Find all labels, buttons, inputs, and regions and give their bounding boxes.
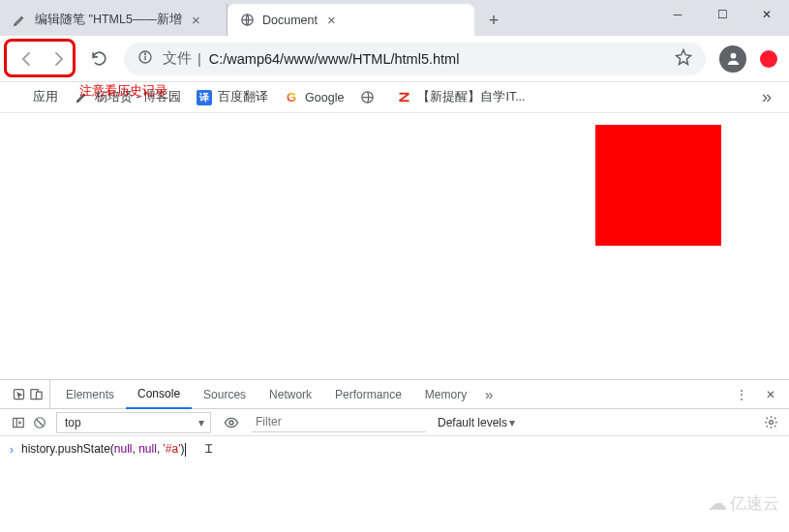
bookmarks-overflow-button[interactable]: »	[756, 87, 777, 107]
overflow-tabs-icon[interactable]: »	[478, 380, 500, 409]
nav-buttons	[12, 45, 74, 73]
console-filter-input[interactable]	[252, 413, 426, 432]
bookmark-label: 百度翻译	[218, 89, 268, 105]
annotation-text: 注意看历史记录	[79, 82, 167, 100]
address-bar[interactable]: 文件 | C:/wamp64/www/www/HTML/html5.html	[124, 43, 706, 75]
bookmark-label: 【新提醒】自学IT...	[417, 89, 525, 105]
back-button[interactable]	[15, 47, 39, 71]
clear-console-icon[interactable]	[29, 408, 50, 437]
close-icon[interactable]: ×	[192, 12, 200, 28]
tab-inactive[interactable]: 编辑随笔 "HTML5——新增 ×	[0, 4, 228, 36]
new-tab-button[interactable]: +	[480, 7, 507, 34]
bookmark-apps[interactable]: 应用	[12, 89, 58, 105]
translate-icon: 译	[197, 90, 212, 105]
console-settings-icon[interactable]	[760, 408, 781, 437]
google-icon: G	[284, 90, 299, 105]
prompt-icon: ›	[10, 443, 14, 457]
devtools-tab-bar: Elements Console Sources Network Perform…	[0, 380, 789, 409]
url-text: C:/wamp64/www/www/HTML/html5.html	[209, 51, 460, 67]
tab-title: 编辑随笔 "HTML5——新增	[35, 12, 182, 28]
log-levels-select[interactable]: Default levels	[438, 416, 515, 429]
console-code: history.pushState(null, null, '#a')	[21, 442, 186, 457]
svg-rect-9	[14, 418, 24, 427]
bookmark-label: 应用	[33, 89, 58, 105]
forward-button[interactable]	[46, 47, 70, 71]
tab-network[interactable]: Network	[258, 380, 323, 409]
maximize-button[interactable]: ☐	[700, 0, 744, 29]
tab-active[interactable]: Document ×	[228, 4, 474, 36]
globe-icon	[239, 13, 255, 28]
close-icon[interactable]: ×	[327, 12, 336, 28]
devtools-menu-icon[interactable]: ⋮	[731, 380, 752, 409]
reload-button[interactable]	[87, 47, 110, 71]
bookmark-item[interactable]: 译 百度翻译	[197, 89, 268, 105]
apps-icon	[12, 90, 27, 105]
svg-point-4	[730, 53, 736, 59]
sz-icon	[396, 90, 411, 105]
close-window-button[interactable]: ✕	[744, 0, 789, 29]
svg-point-3	[144, 53, 145, 54]
live-expression-icon[interactable]	[221, 408, 242, 437]
url-separator: |	[197, 51, 201, 67]
watermark: ☁ 亿速云	[708, 491, 779, 515]
bookmark-item[interactable]: 【新提醒】自学IT...	[396, 89, 525, 105]
info-icon[interactable]	[137, 49, 153, 68]
window-controls: ─ ☐ ✕	[655, 0, 789, 29]
bookmark-label: Google	[305, 91, 344, 104]
page-viewport	[0, 113, 789, 379]
console-input-line[interactable]: › history.pushState(null, null, '#a') Ꮖ	[0, 436, 789, 462]
browser-toolbar: 文件 | C:/wamp64/www/www/HTML/html5.html	[0, 36, 789, 82]
url-scheme-label: 文件	[163, 49, 192, 68]
tab-console[interactable]: Console	[126, 380, 192, 409]
devtools-panel: Elements Console Sources Network Perform…	[0, 379, 789, 462]
minimize-button[interactable]: ─	[655, 0, 700, 29]
globe-icon	[359, 90, 375, 105]
execution-context-select[interactable]: top	[56, 412, 211, 433]
context-value: top	[65, 416, 81, 429]
levels-value: Default levels	[438, 416, 507, 429]
cloud-icon: ☁	[708, 491, 727, 515]
svg-rect-8	[37, 392, 43, 399]
tab-strip: 编辑随笔 "HTML5——新增 × Document × + ─ ☐ ✕	[0, 0, 789, 36]
tab-elements[interactable]: Elements	[54, 380, 126, 409]
inspect-icon[interactable]	[8, 380, 29, 409]
svg-point-13	[229, 421, 233, 425]
device-toggle-icon[interactable]	[29, 380, 50, 409]
svg-line-12	[37, 419, 44, 426]
tab-sources[interactable]: Sources	[192, 380, 258, 409]
console-toolbar: top Default levels	[0, 409, 789, 436]
console-sidebar-toggle-icon[interactable]	[8, 408, 29, 437]
bookmark-star-icon[interactable]	[675, 48, 692, 69]
devtools-close-icon[interactable]: ✕	[760, 380, 781, 409]
text-cursor-icon: Ꮖ	[205, 442, 213, 457]
bookmark-item[interactable]: G Google	[284, 90, 344, 105]
svg-point-14	[769, 421, 773, 425]
red-square-element	[595, 125, 721, 246]
opera-icon[interactable]	[760, 50, 777, 68]
watermark-text: 亿速云	[730, 492, 779, 515]
tab-performance[interactable]: Performance	[323, 380, 413, 409]
tab-memory[interactable]: Memory	[413, 380, 478, 409]
pen-icon	[12, 13, 27, 28]
tab-title: Document	[262, 14, 318, 27]
bookmark-item[interactable]	[359, 90, 380, 105]
profile-avatar[interactable]	[719, 45, 746, 73]
